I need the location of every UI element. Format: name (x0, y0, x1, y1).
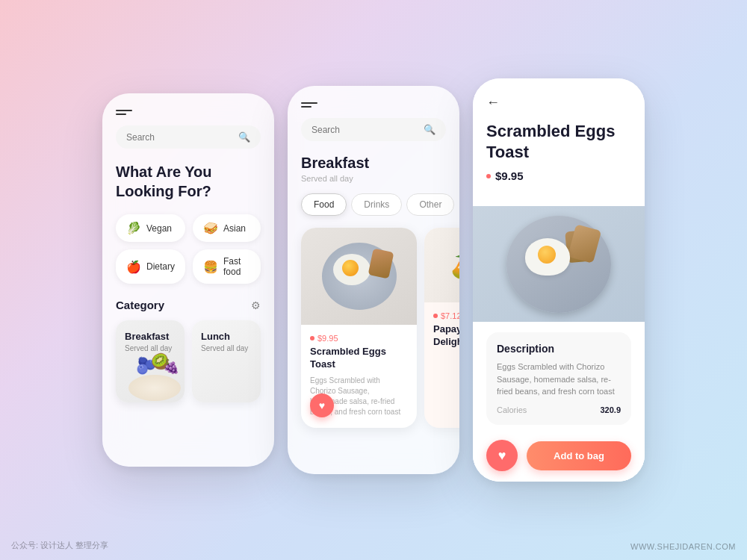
favorite-button-detail[interactable]: ♥ (486, 440, 518, 471)
detail-food-image (473, 206, 645, 322)
bowl-visual: 🫐 🥝 🍇 (127, 352, 183, 401)
detail-price-dot (486, 174, 491, 178)
calories-row: Calories 320.9 (497, 405, 621, 414)
food-tabs: Food Drinks Other (301, 193, 446, 216)
tag-dietary[interactable]: 🍎 Dietary (116, 249, 185, 284)
category-header: Category ⚙ (116, 299, 261, 311)
watermark-left: 公众号: 设计达人 整理分享 (11, 540, 108, 551)
detail-price-value: $9.95 (495, 169, 524, 182)
breakfast-page-sub: Served all day (301, 174, 446, 183)
price-dot-2 (433, 314, 438, 318)
detail-price: $9.95 (486, 169, 631, 182)
tag-vegan-label: Vegan (146, 223, 172, 234)
calories-label: Calories (497, 405, 527, 414)
breakfast-sub: Served all day (125, 344, 176, 352)
food-image-eggs (301, 228, 417, 325)
asian-emoji: 🥪 (203, 221, 218, 235)
desc-text: Eggs Scrambled with Chorizo Sausage, hom… (497, 361, 621, 398)
food-image-papaya: 🥭 (424, 228, 459, 302)
calories-value: 320.9 (600, 405, 621, 414)
tab-other[interactable]: Other (406, 193, 454, 216)
cat-breakfast[interactable]: Breakfast Served all day 🫐 🥝 🍇 (116, 320, 185, 402)
filter-icon[interactable]: ⚙ (251, 299, 261, 311)
cat-lunch[interactable]: Lunch Served all day (192, 320, 261, 402)
tag-vegan[interactable]: 🥬 Vegan (116, 214, 185, 242)
tag-fastfood[interactable]: 🍔 Fast food (193, 249, 261, 284)
back-button[interactable]: ← (486, 95, 500, 111)
phone3-top: ← Scrambled Eggs Toast $9.95 (473, 78, 645, 206)
food-tags: 🥬 Vegan 🥪 Asian 🍎 Dietary 🍔 Fast food (116, 214, 261, 284)
search-input-2[interactable] (311, 125, 424, 135)
tag-dietary-label: Dietary (146, 261, 175, 272)
phone2-header: Breakfast Served all day (301, 155, 446, 183)
lunch-title: Lunch (201, 331, 252, 342)
food-price: $9.95 (310, 334, 408, 343)
tab-drinks[interactable]: Drinks (351, 193, 402, 216)
watermark-right: WWW.SHEJIDAREN.COM (630, 542, 736, 551)
food-card-papaya[interactable]: 🥭 $7.12 Papaya Delight (424, 228, 459, 428)
detail-title: Scrambled Eggs Toast (486, 121, 631, 162)
phone-screen-1: 🔍 What Are You Looking For? 🥬 Vegan 🥪 As… (102, 93, 274, 467)
tag-fastfood-label: Fast food (223, 256, 250, 277)
search-bar-2[interactable]: 🔍 (301, 118, 446, 141)
tag-asian-label: Asian (223, 223, 246, 234)
search-icon-1: 🔍 (238, 131, 250, 143)
category-title: Category (116, 299, 164, 311)
tab-food[interactable]: Food (301, 193, 347, 216)
price-value: $9.95 (317, 334, 338, 343)
breakfast-title: Breakfast (125, 331, 176, 342)
vegan-emoji: 🥬 (126, 221, 141, 235)
search-icon-2: 🔍 (424, 124, 436, 135)
hero-title: What Are You Looking For? (116, 162, 261, 201)
papaya-visual: 🥭 (438, 235, 460, 295)
papaya-name: Papaya Delight (433, 323, 459, 349)
description-section: Description Eggs Scrambled with Chorizo … (486, 332, 631, 425)
phone3-actions: ♥ Add to bag (473, 429, 645, 482)
breakfast-page-title: Breakfast (301, 155, 446, 172)
fastfood-emoji: 🍔 (203, 260, 218, 274)
menu-icon[interactable] (116, 110, 132, 115)
search-bar-1[interactable]: 🔍 (116, 125, 261, 149)
dietary-emoji: 🍎 (126, 260, 141, 274)
add-to-bag-button[interactable]: Add to bag (527, 441, 631, 470)
phone-screen-3: ← Scrambled Eggs Toast $9.95 Description… (473, 78, 645, 482)
price-dot (310, 336, 314, 340)
papaya-price-value: $7.12 (441, 311, 459, 320)
food-card-papaya-body: $7.12 Papaya Delight (424, 302, 459, 364)
category-cards: Breakfast Served all day 🫐 🥝 🍇 Lunch Ser… (116, 320, 261, 402)
search-input-1[interactable] (126, 132, 238, 143)
papaya-price: $7.12 (433, 311, 459, 320)
eggs-visual (318, 239, 400, 314)
menu-icon-2[interactable] (301, 102, 317, 108)
food-name: Scrambled Eggs Toast (310, 346, 408, 371)
egg-yolk (538, 246, 556, 264)
plate-illustration (499, 212, 619, 317)
favorite-button[interactable]: ♥ (310, 393, 334, 417)
tag-asian[interactable]: 🥪 Asian (193, 214, 261, 242)
desc-title: Description (497, 343, 621, 355)
lunch-sub: Served all day (201, 344, 252, 352)
food-card-eggs[interactable]: $9.95 Scrambled Eggs Toast Eggs Scramble… (301, 228, 417, 428)
food-cards-scroll: $9.95 Scrambled Eggs Toast Eggs Scramble… (301, 228, 446, 428)
phone-screen-2: 🔍 Breakfast Served all day Food Drinks O… (288, 86, 459, 474)
